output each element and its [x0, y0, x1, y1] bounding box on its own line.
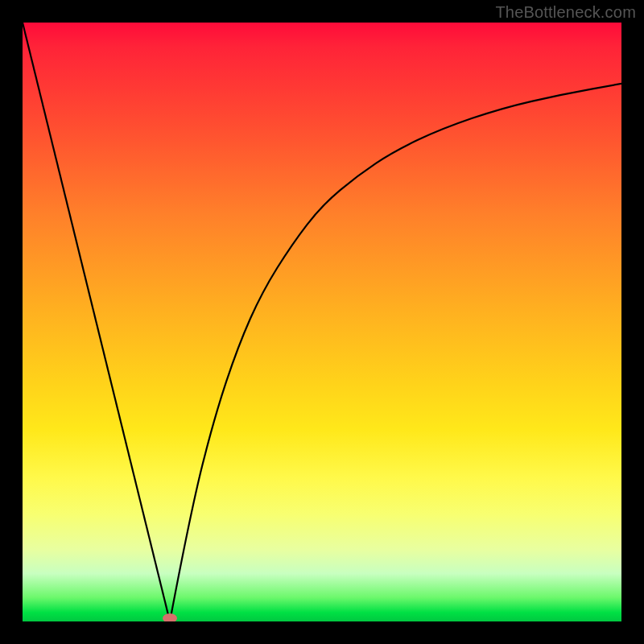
- watermark-text: TheBottleneck.com: [495, 3, 636, 22]
- plot-area: [23, 23, 621, 621]
- curve-right-branch: [170, 84, 621, 621]
- curve-left-branch: [23, 23, 170, 621]
- chart-frame: TheBottleneck.com: [0, 0, 644, 644]
- bottleneck-minimum-marker: [163, 613, 177, 621]
- bottleneck-curve: [23, 23, 621, 621]
